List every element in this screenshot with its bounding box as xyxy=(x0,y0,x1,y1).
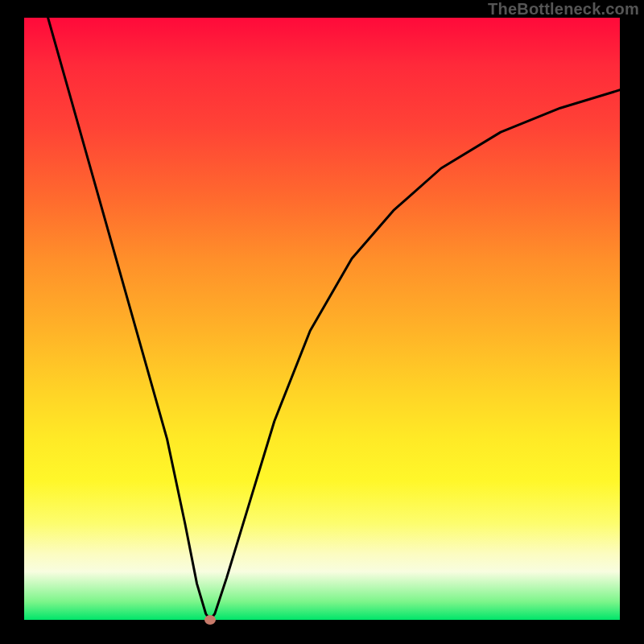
bottleneck-curve xyxy=(24,18,620,620)
optimum-marker xyxy=(204,615,216,625)
chart-frame: TheBottleneck.com xyxy=(0,0,644,644)
watermark-text: TheBottleneck.com xyxy=(488,0,639,19)
plot-area xyxy=(24,18,620,620)
